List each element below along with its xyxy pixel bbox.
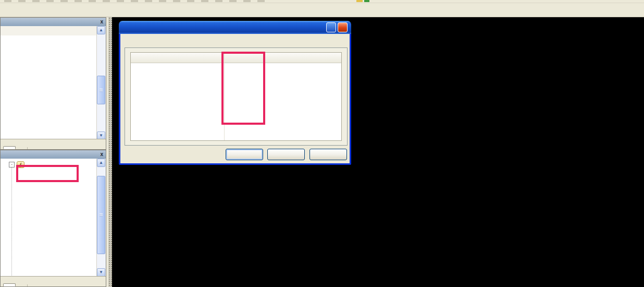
close-icon[interactable]	[338, 22, 348, 32]
reset-button[interactable]	[309, 149, 347, 160]
chart-left-grip	[108, 17, 112, 287]
ok-button[interactable]	[226, 149, 263, 160]
close-icon[interactable]: x	[100, 152, 103, 157]
collapse-icon[interactable]: -	[9, 162, 15, 168]
navigator-scrollbar[interactable]: ▲ ▼	[96, 159, 106, 277]
dialog-titlebar[interactable]	[119, 21, 351, 34]
market-watch-titlebar: x	[1, 18, 106, 26]
market-watch-header	[1, 26, 97, 36]
highlight-0-aroon-item	[16, 165, 79, 182]
navigator-tabs	[1, 276, 106, 286]
market-watch-rows	[1, 35, 97, 140]
help-icon[interactable]	[326, 22, 336, 32]
scrollbar-thumb[interactable]	[97, 76, 105, 104]
market-watch-scrollbar[interactable]: ▲ ▼	[96, 26, 106, 140]
navigator-titlebar: x	[1, 150, 106, 159]
tree-connector	[11, 165, 13, 277]
cancel-button[interactable]	[267, 149, 305, 160]
scroll-up-icon[interactable]: ▲	[97, 26, 105, 34]
clipped-icon-green	[364, 0, 369, 2]
tab-tick-chart[interactable]	[16, 147, 28, 149]
tab-symbols[interactable]	[3, 146, 16, 149]
scroll-down-icon[interactable]: ▼	[97, 268, 105, 277]
tab-favorites[interactable]	[16, 284, 28, 286]
scrollbar-thumb[interactable]	[97, 176, 105, 254]
scroll-up-icon[interactable]: ▲	[97, 159, 105, 167]
clipped-icons	[4, 0, 270, 2]
market-watch-panel: x ▲ ▼	[0, 17, 106, 150]
clipped-icon-yellow	[356, 0, 363, 2]
tab-common[interactable]	[3, 283, 16, 286]
highlight-value-column	[221, 52, 265, 125]
close-icon[interactable]: x	[100, 19, 103, 25]
market-watch-tabs	[1, 139, 106, 149]
line-studies-toolbar	[0, 3, 644, 17]
